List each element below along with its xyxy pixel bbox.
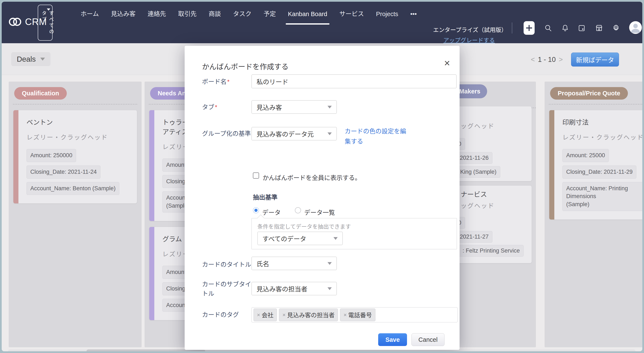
card-subtitle-select[interactable]: 見込み客の担当者 bbox=[252, 282, 337, 295]
tag-chip: × 会社 bbox=[254, 309, 277, 321]
column-badge: Proposal/Price Quote bbox=[550, 87, 628, 100]
nav-divider bbox=[512, 22, 512, 33]
tab-services[interactable]: サービス bbox=[340, 9, 364, 19]
tab-select-value: 見込み客 bbox=[256, 102, 328, 112]
create-kanban-board-modal: かんばんボードを作成する × ボード名* タブ* 見込み客 グループ化の基準* … bbox=[185, 46, 460, 350]
chevron-down-icon bbox=[328, 262, 332, 265]
tab-kanban-board[interactable]: Kanban Board bbox=[288, 9, 327, 19]
chevron-down-icon bbox=[334, 237, 338, 240]
card-subtitle-label: カードのサブタイトル bbox=[202, 280, 254, 298]
tab-more-menu[interactable]: ••• bbox=[410, 9, 416, 19]
show-to-all-checkbox[interactable] bbox=[253, 172, 259, 179]
criteria-select-value: すべてのデータ bbox=[262, 234, 334, 243]
card-subtitle: レズリー・クラッグヘッド bbox=[562, 132, 644, 141]
tab-tasks[interactable]: タスク bbox=[233, 9, 252, 19]
bell-icon bbox=[561, 24, 570, 32]
tag-chip: × 見込み客の担当者 bbox=[279, 309, 338, 321]
new-record-button[interactable]: 新規ばデータ bbox=[571, 52, 619, 66]
remove-tag-icon[interactable]: × bbox=[257, 312, 260, 318]
chevron-down-icon bbox=[40, 58, 45, 61]
card-tag: Account_Name: Printing Dimensions (Sampl… bbox=[562, 182, 644, 211]
criteria-list-radio[interactable] bbox=[295, 207, 301, 213]
card-tag: Closing_Date: 2021-11-29 bbox=[562, 165, 636, 179]
search-icon bbox=[544, 24, 552, 32]
criteria-hint: 条件を指定してデータを抽出できます bbox=[257, 222, 351, 230]
card-tags-field[interactable]: × 会社 × 見込み客の担当者 × 電話番号 bbox=[252, 307, 458, 323]
avatar[interactable] bbox=[629, 21, 642, 34]
calendar-button[interactable] bbox=[578, 24, 586, 32]
view-selector[interactable]: Deals bbox=[11, 52, 50, 66]
tab-accounts[interactable]: 取引先 bbox=[178, 9, 196, 19]
next-page-button[interactable]: > bbox=[559, 55, 563, 63]
column-proposal: Proposal/Price Quote 印刷寸法 レズリー・クラッグヘッド A… bbox=[544, 82, 644, 347]
gear-icon bbox=[612, 24, 620, 32]
kanban-card[interactable]: 印刷寸法 レズリー・クラッグヘッド Amount: 25000 Closing_… bbox=[549, 110, 644, 220]
criteria-panel: 条件を指定してデータを抽出できます すべてのデータ bbox=[252, 218, 457, 249]
tag-chip-label: 会社 bbox=[262, 311, 274, 319]
card-title-select[interactable]: 氏名 bbox=[252, 257, 337, 270]
card-title: ナービス bbox=[461, 189, 487, 199]
column-qualification: Qualification ベントン レズリー・クラッグヘッド Amount: … bbox=[9, 82, 142, 347]
card-tag: Amount: 25000 bbox=[562, 149, 609, 162]
kanban-card[interactable]: ベントン レズリー・クラッグヘッド Amount: 250000 Closing… bbox=[13, 110, 137, 203]
notifications-button[interactable] bbox=[561, 24, 570, 32]
chevron-down-icon bbox=[47, 8, 50, 10]
card-title-label: カードのタイトル bbox=[202, 260, 251, 269]
card-tag: Closing_Date: 2021-11-24 bbox=[26, 165, 100, 179]
card-subtitle: ッグヘッド bbox=[461, 201, 494, 210]
quick-create-button[interactable] bbox=[524, 21, 534, 35]
criteria-list-radio-label: データ一覧 bbox=[304, 208, 335, 217]
tab-contacts[interactable]: 連絡先 bbox=[148, 9, 166, 19]
page-range: 1 - 10 bbox=[538, 55, 556, 63]
marketplace-icon bbox=[595, 24, 603, 32]
column-badge: Qualification bbox=[14, 87, 67, 100]
save-button[interactable]: Save bbox=[378, 333, 407, 346]
tab-select[interactable]: 見込み客 bbox=[252, 100, 337, 114]
card-title-select-value: 氏名 bbox=[256, 259, 328, 268]
plan-block: エンタープライズ（試用版） アップグレードする bbox=[433, 25, 505, 44]
card-tag: Amount: 250000 bbox=[26, 149, 76, 162]
card-tags-label: カードのタグ bbox=[202, 310, 239, 320]
card-accent-stripe bbox=[549, 110, 554, 220]
group-by-select-value: 見込み客のデータ元 bbox=[256, 129, 328, 138]
criteria-data-radio[interactable] bbox=[253, 207, 259, 213]
criteria-select[interactable]: すべてのデータ bbox=[257, 232, 343, 245]
view-selector-label: Deals bbox=[17, 55, 36, 63]
close-icon[interactable]: × bbox=[444, 58, 450, 68]
criteria-data-radio-label: データ bbox=[262, 208, 281, 217]
card-accent-stripe bbox=[149, 227, 154, 320]
cancel-button[interactable]: Cancel bbox=[412, 333, 444, 346]
chevron-down-icon bbox=[328, 287, 332, 290]
chevron-down-icon bbox=[328, 132, 332, 135]
group-by-select[interactable]: 見込み客のデータ元 bbox=[252, 127, 337, 140]
board-name-label: ボード名* bbox=[202, 77, 230, 86]
settings-button[interactable] bbox=[612, 24, 620, 32]
card-accent-stripe bbox=[149, 110, 154, 221]
remove-tag-icon[interactable]: × bbox=[282, 312, 286, 318]
tab-deals[interactable]: 商談 bbox=[208, 9, 221, 19]
upgrade-link[interactable]: アップグレードする bbox=[444, 36, 495, 44]
modal-title: かんばんボードを作成する bbox=[202, 61, 288, 71]
edit-card-colors-link[interactable]: カードの色の設定を編集する bbox=[345, 126, 409, 147]
all-tabs-label: すべてのタブ bbox=[40, 10, 55, 40]
tab-projects[interactable]: Projects bbox=[376, 9, 398, 19]
board-name-input[interactable] bbox=[252, 74, 456, 88]
prev-page-button[interactable]: < bbox=[531, 55, 535, 63]
all-tabs-button[interactable]: すべてのタブ bbox=[38, 5, 52, 41]
plus-icon bbox=[524, 21, 534, 35]
plan-label: エンタープライズ（試用版） bbox=[433, 25, 505, 34]
group-by-label: グループ化の基準* bbox=[202, 129, 254, 138]
tab-meetings[interactable]: 予定 bbox=[264, 9, 276, 19]
tab-home[interactable]: ホーム bbox=[80, 9, 99, 19]
marketplace-button[interactable] bbox=[595, 24, 603, 32]
card-title: ベントン bbox=[26, 118, 130, 127]
tab-field-label: タブ* bbox=[202, 102, 217, 112]
card-subtitle: レズリー・クラッグヘッド bbox=[26, 132, 130, 141]
tab-leads[interactable]: 見込み客 bbox=[111, 9, 136, 19]
card-subtitle-select-value: 見込み客の担当者 bbox=[256, 284, 328, 293]
horizontal-scrollbar-thumb[interactable] bbox=[86, 350, 205, 353]
top-navbar: CRM すべてのタブ ホーム 見込み客 連絡先 取引先 商談 タスク 予定 Ka… bbox=[2, 2, 642, 43]
card-subtitle: ッグヘッド bbox=[461, 121, 494, 130]
search-button[interactable] bbox=[544, 24, 552, 32]
remove-tag-icon[interactable]: × bbox=[344, 312, 346, 318]
